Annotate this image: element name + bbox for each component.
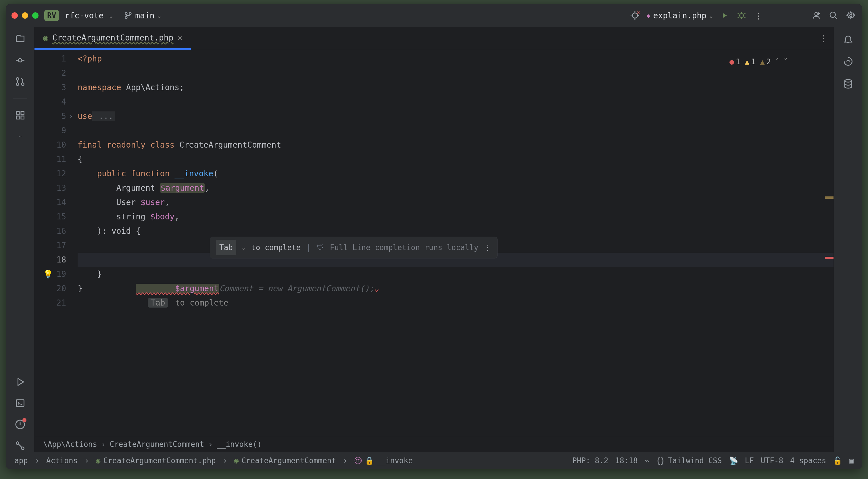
window-controls <box>11 12 38 19</box>
minimize-window-button[interactable] <box>22 12 28 19</box>
svg-point-6 <box>830 12 836 18</box>
run-button[interactable] <box>718 10 730 21</box>
branch-icon <box>124 11 132 20</box>
chevron-down-icon[interactable]: ⌄ <box>242 240 245 255</box>
intention-bulb-icon[interactable]: 💡 <box>43 267 53 281</box>
ide-window: RV rfc-vote ⌄ main ⌄ ✕ ◆ explain.php ⌄ ⋮ <box>6 4 862 469</box>
svg-point-11 <box>21 83 24 85</box>
bug-icon[interactable]: ✕ <box>629 10 641 21</box>
more-tool-icon[interactable]: ⋯ <box>14 130 26 143</box>
branch-name: main <box>135 11 154 21</box>
services-tool-icon[interactable] <box>14 376 26 388</box>
php-class-icon: ◉ <box>96 456 101 465</box>
chevron-down-icon[interactable]: ⌄ <box>109 12 113 19</box>
nav-path[interactable]: CreateArgumentComment <box>242 456 336 465</box>
svg-rect-14 <box>16 116 19 119</box>
php-file-icon: ◆ <box>646 12 650 19</box>
nav-path[interactable]: app <box>14 456 28 465</box>
ai-assistant-icon[interactable] <box>842 55 855 68</box>
svg-point-20 <box>845 79 851 82</box>
tailwind-icon: {} <box>656 456 665 465</box>
caret-position[interactable]: 18:18 <box>615 456 638 465</box>
lock-icon: 🔒 <box>365 456 374 465</box>
tab-file-name: CreateArgumentComment.php <box>52 33 173 42</box>
commit-tool-icon[interactable] <box>14 54 26 67</box>
svg-rect-13 <box>21 111 24 114</box>
php-class-icon: ◉ <box>43 33 48 43</box>
chevron-down-icon: ⌄ <box>709 12 713 19</box>
structure-tool-icon[interactable] <box>14 109 26 122</box>
chevron-down-icon: ⌄ <box>157 12 161 19</box>
fold-icon[interactable]: › <box>69 109 73 124</box>
close-window-button[interactable] <box>11 12 18 19</box>
power-save-icon[interactable]: ⌁ <box>645 456 649 465</box>
encoding[interactable]: UTF-8 <box>761 456 783 465</box>
error-stripe[interactable] <box>825 50 834 436</box>
database-icon[interactable] <box>842 77 855 90</box>
svg-rect-12 <box>16 111 19 114</box>
tailwind-status[interactable]: Tailwind CSS <box>668 456 722 465</box>
breadcrumbs: \App\Actions› CreateArgumentComment› __i… <box>34 436 834 452</box>
main-body: ⋯ ◉ CreateArgumentComment.php ✕ ⋮ ●1 ▲1 <box>6 27 862 452</box>
svg-rect-15 <box>21 116 24 119</box>
svg-point-2 <box>129 13 131 15</box>
project-badge[interactable]: RV <box>44 10 59 21</box>
svg-point-1 <box>125 16 127 19</box>
class-icon: ◉ <box>234 456 239 465</box>
gutter: 1 2 3 4 5 9 10 11 12 13 14 15 16 17 18 1… <box>34 50 75 436</box>
run-configuration[interactable]: ◆ explain.php ⌄ <box>646 11 713 21</box>
project-name[interactable]: rfc-vote <box>65 11 103 21</box>
svg-rect-16 <box>16 400 24 407</box>
code-editor[interactable]: ●1 ▲1 ▲2 ˄ ˅ 1 2 3 4 5 9 10 11 12 13 <box>34 50 834 436</box>
svg-point-10 <box>16 83 19 85</box>
readonly-icon[interactable]: 🔓 <box>833 456 842 465</box>
pull-requests-icon[interactable] <box>14 75 26 88</box>
completion-hint-popup[interactable]: Tab ⌄ to complete | 🛡 Full Line completi… <box>210 237 498 259</box>
svg-point-8 <box>19 59 22 62</box>
crumb[interactable]: __invoke() <box>217 440 262 449</box>
inline-completion-hint: Tab to complete <box>136 298 228 308</box>
tab-options-icon[interactable]: ⋮ <box>819 33 834 43</box>
search-icon[interactable] <box>828 10 839 21</box>
nav-path[interactable]: CreateArgumentComment.php <box>103 456 216 465</box>
collaborate-icon[interactable] <box>810 10 822 21</box>
method-icon: ⓜ <box>354 456 362 466</box>
nav-path[interactable]: Actions <box>46 456 78 465</box>
vcs-branch[interactable]: main ⌄ <box>124 11 161 21</box>
run-config-name: explain.php <box>653 11 707 21</box>
svg-point-9 <box>16 78 19 80</box>
titlebar: RV rfc-vote ⌄ main ⌄ ✕ ◆ explain.php ⌄ ⋮ <box>6 4 862 27</box>
more-icon[interactable]: ⋮ <box>484 240 492 255</box>
settings-icon[interactable] <box>845 10 857 21</box>
crumb[interactable]: \App\Actions <box>43 440 97 449</box>
crumb[interactable]: CreateArgumentComment <box>110 440 204 449</box>
right-toolbar <box>834 27 862 452</box>
svg-point-5 <box>815 12 818 15</box>
close-tab-icon[interactable]: ✕ <box>178 33 183 42</box>
left-toolbar: ⋯ <box>6 27 34 452</box>
project-tool-icon[interactable] <box>14 33 26 45</box>
svg-point-7 <box>849 14 852 16</box>
svg-point-0 <box>125 13 127 15</box>
php-version[interactable]: PHP: 8.2 <box>572 456 608 465</box>
editor-main: ◉ CreateArgumentComment.php ✕ ⋮ ●1 ▲1 ▲2… <box>34 27 834 452</box>
debug-button[interactable] <box>736 10 747 21</box>
editor-tabs: ◉ CreateArgumentComment.php ✕ ⋮ <box>34 27 834 50</box>
svg-point-4 <box>740 13 743 17</box>
code-area[interactable]: <?php namespace App\Actions; use ... fin… <box>75 50 834 436</box>
indent[interactable]: 4 spaces <box>790 456 826 465</box>
status-bar: app› Actions› ◉CreateArgumentComment.php… <box>6 452 862 469</box>
listener-icon[interactable]: 📡 <box>729 456 738 465</box>
problems-tool-icon[interactable] <box>14 418 26 431</box>
terminal-tool-icon[interactable] <box>14 397 26 410</box>
more-icon[interactable]: ⋮ <box>753 10 765 21</box>
completion-ghost: Comment = new ArgumentComment(); <box>219 284 374 293</box>
line-ending[interactable]: LF <box>745 456 754 465</box>
shield-icon: 🛡 <box>317 240 324 255</box>
notifications-icon[interactable] <box>842 33 855 45</box>
editor-tab[interactable]: ◉ CreateArgumentComment.php ✕ <box>34 27 191 50</box>
maximize-window-button[interactable] <box>32 12 38 19</box>
vcs-tool-icon[interactable] <box>14 439 26 452</box>
scratch-icon[interactable]: ▣ <box>849 456 854 465</box>
nav-path[interactable]: __invoke <box>377 456 413 465</box>
